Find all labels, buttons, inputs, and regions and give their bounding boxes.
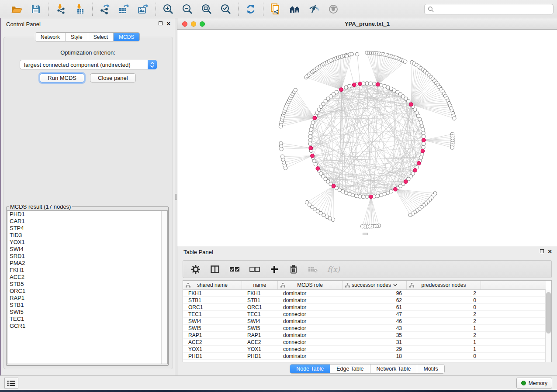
export-image-button[interactable] (137, 3, 150, 16)
import-table-button[interactable] (73, 3, 86, 16)
mcds-hub-node[interactable] (394, 187, 398, 191)
mcds-result-item[interactable]: SWI5 (7, 309, 167, 316)
close-panel-icon[interactable]: × (166, 21, 170, 26)
table-float-icon[interactable] (540, 249, 544, 253)
table-row[interactable]: STB1STB1dominator620 (183, 297, 546, 304)
mcds-result-item[interactable]: STB5 (7, 281, 167, 288)
network-node[interactable] (335, 90, 338, 94)
network-node[interactable] (358, 195, 362, 198)
network-node[interactable] (422, 131, 425, 135)
mcds-result-item[interactable]: FKH1 (7, 267, 167, 274)
mcds-result-item[interactable]: ORC1 (7, 288, 167, 295)
vertical-splitter-handle[interactable] (175, 194, 177, 200)
network-node[interactable] (386, 86, 390, 89)
home-neighbors-button[interactable] (288, 3, 301, 16)
mcds-hub-node[interactable] (376, 83, 380, 86)
mcds-hub-node[interactable] (422, 138, 426, 142)
table-row[interactable]: ORC1ORC1dominator610 (183, 304, 546, 311)
network-node[interactable] (376, 194, 379, 198)
mcds-hub-node[interactable] (309, 146, 313, 150)
mcds-result-item[interactable]: TEC1 (7, 316, 167, 323)
network-node[interactable] (422, 145, 425, 149)
network-node[interactable] (407, 100, 410, 103)
network-node[interactable] (422, 142, 426, 145)
memory-button[interactable]: Memory (516, 378, 552, 389)
table-row[interactable]: FKH1FKH1dominator962 (183, 290, 546, 297)
mcds-hub-node[interactable] (358, 82, 362, 86)
table-row[interactable]: ACE2ACE2connector311 (183, 339, 546, 346)
network-node[interactable] (308, 138, 312, 142)
network-node[interactable] (365, 195, 369, 199)
mcds-result-list[interactable]: PHD1CAR1STP4TID3YOX1SWI4SRD1PMA2FKH1ACE2… (7, 210, 168, 364)
network-satellite-node[interactable] (350, 52, 353, 56)
network-window-titlebar[interactable]: YPA_prune.txt_1 (177, 18, 557, 30)
network-node[interactable] (386, 191, 390, 195)
network-satellite-node[interactable] (453, 117, 456, 120)
criterion-dropdown[interactable]: largest connected component (undirected) (20, 60, 157, 69)
network-node[interactable] (372, 82, 376, 86)
new-network-from-selection-button[interactable] (269, 3, 282, 16)
network-satellite-node[interactable] (404, 60, 407, 63)
save-button[interactable] (29, 3, 42, 16)
column-header-MCDS-role[interactable]: MCDS role (278, 281, 343, 289)
network-node[interactable] (389, 190, 393, 193)
tab-node-table[interactable]: Node Table (290, 364, 330, 373)
network-node[interactable] (308, 135, 312, 138)
network-node[interactable] (311, 121, 315, 124)
network-node[interactable] (369, 82, 372, 85)
network-node[interactable] (314, 162, 317, 166)
network-node[interactable] (309, 131, 312, 135)
hide-selected-button[interactable] (308, 3, 321, 16)
table-row[interactable]: TEC1TEC1connector472 (183, 311, 546, 318)
mcds-list-scrollbar[interactable] (161, 211, 167, 364)
table-add-column-button[interactable] (270, 264, 279, 275)
mcds-hub-node[interactable] (352, 83, 356, 87)
network-node[interactable] (379, 193, 383, 197)
mcds-result-item[interactable]: PHD1 (7, 211, 167, 218)
network-node[interactable] (383, 193, 386, 196)
export-network-button[interactable] (98, 3, 111, 16)
network-satellite-node[interactable] (294, 88, 297, 92)
network-node[interactable] (365, 82, 369, 85)
network-node[interactable] (344, 86, 348, 89)
open-button[interactable] (10, 3, 23, 16)
table-scrollbar-thumb[interactable] (546, 292, 551, 334)
table-row[interactable]: SWI4SWI4dominator462 (183, 318, 546, 325)
search-box[interactable] (424, 4, 554, 14)
table-select-all-button[interactable] (229, 264, 240, 275)
network-node[interactable] (420, 124, 424, 128)
float-panel-icon[interactable] (159, 21, 163, 25)
network-node[interactable] (383, 84, 386, 88)
tab-select[interactable]: Select (88, 33, 114, 41)
mcds-hub-node[interactable] (417, 162, 421, 165)
show-all-button[interactable] (327, 3, 340, 16)
network-satellite-node[interactable] (408, 213, 412, 217)
mcds-result-item[interactable]: CAR1 (7, 218, 167, 225)
mcds-result-item[interactable]: TID3 (7, 232, 167, 239)
mcds-hub-node[interactable] (369, 195, 373, 199)
network-satellite-node[interactable] (361, 225, 364, 228)
network-node[interactable] (348, 193, 351, 196)
table-deselect-all-button[interactable] (249, 264, 260, 275)
network-canvas[interactable] (177, 30, 557, 246)
zoom-in-button[interactable] (162, 3, 175, 16)
mcds-result-item[interactable]: RAP1 (7, 295, 167, 302)
mcds-result-item[interactable]: STB1 (7, 302, 167, 309)
column-header-shared-name[interactable]: shared name (183, 281, 242, 289)
mcds-hub-node[interactable] (316, 167, 320, 171)
network-node[interactable] (421, 128, 425, 131)
export-table-button[interactable] (118, 3, 131, 16)
mcds-hub-node[interactable] (409, 103, 413, 107)
mcds-hub-node[interactable] (421, 149, 425, 153)
close-panel-button[interactable]: Close panel (90, 73, 136, 83)
network-satellite-node[interactable] (345, 54, 349, 58)
network-node[interactable] (348, 84, 351, 88)
network-node[interactable] (312, 159, 316, 163)
network-node[interactable] (344, 191, 348, 195)
search-input[interactable] (434, 5, 553, 14)
network-satellite-node[interactable] (279, 141, 283, 145)
table-scrollbar[interactable] (545, 290, 551, 362)
table-row[interactable]: RAP1RAP1dominator352 (183, 332, 546, 339)
network-graph[interactable] (177, 30, 557, 246)
network-node[interactable] (310, 124, 314, 128)
